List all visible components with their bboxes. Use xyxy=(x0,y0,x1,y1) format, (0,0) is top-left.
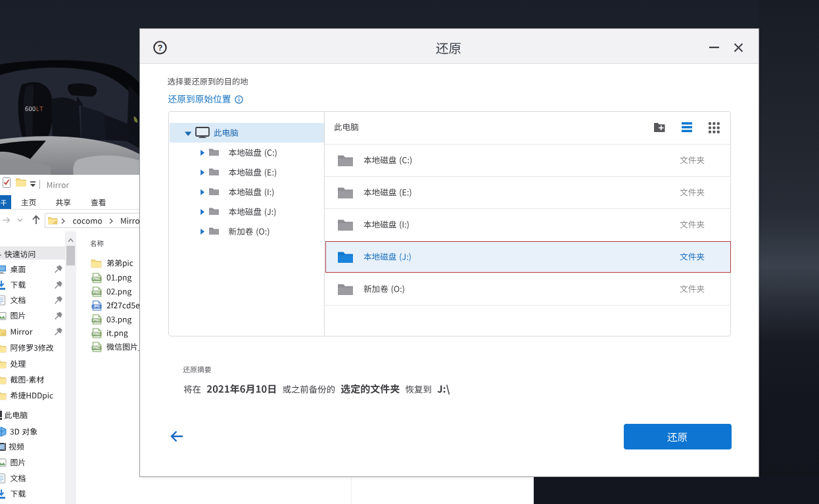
svg-text:PNG: PNG xyxy=(93,319,101,323)
svg-text:JPG: JPG xyxy=(93,304,100,308)
svg-text:?: ? xyxy=(158,43,163,53)
svg-text:PNG: PNG xyxy=(93,332,101,336)
svg-text:PNG: PNG xyxy=(93,277,101,281)
svg-text:PNG: PNG xyxy=(93,346,101,350)
svg-text:PNG: PNG xyxy=(93,290,101,294)
